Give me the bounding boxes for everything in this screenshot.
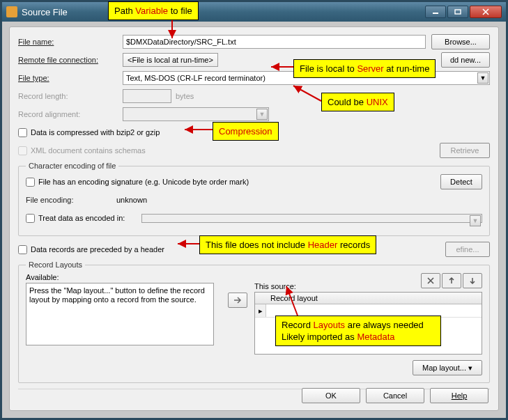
move-up-button	[442, 273, 461, 288]
maximize-button[interactable]	[447, 6, 468, 18]
arrow-down-icon	[468, 277, 477, 285]
ok-button[interactable]: OK	[302, 388, 360, 403]
dialog-content: File name: Browse... Remote file connect…	[9, 26, 499, 411]
annotation-local-server: File is local to Server at run-time	[293, 59, 436, 78]
remote-connection-dropdown[interactable]: <File is local at run-time>	[123, 53, 218, 67]
record-alignment-select	[123, 107, 269, 121]
define-header-button: efine...	[445, 242, 490, 257]
encoding-signature-label: File has an encoding signature (e.g. Uni…	[38, 178, 249, 186]
add-new-button[interactable]: dd new...	[441, 52, 490, 68]
treat-encoded-checkbox[interactable]	[26, 214, 35, 223]
treat-encoded-label: Treat data as encoded in:	[38, 214, 125, 222]
chevron-down-icon: ▼	[470, 215, 481, 226]
compressed-checkbox[interactable]	[18, 128, 27, 137]
file-name-input[interactable]	[123, 35, 426, 49]
record-alignment-label: Record alignment:	[18, 110, 123, 118]
window-buttons	[425, 6, 502, 18]
cancel-button[interactable]: Cancel	[366, 388, 424, 403]
annotation-layouts: Record Layouts are always needed Likely …	[275, 316, 441, 346]
encoding-signature-checkbox[interactable]	[26, 178, 35, 187]
minimize-button[interactable]	[425, 6, 446, 18]
annotation-path-variable: Path Variable to file	[108, 1, 199, 20]
map-layout-button[interactable]: Map layout... ▾	[413, 360, 482, 375]
annotation-header: This file does not include Header record…	[199, 235, 376, 254]
record-length-unit: bytes	[176, 92, 194, 100]
file-type-label: File type:	[18, 74, 123, 82]
map-layout-label: Map layout...	[422, 364, 466, 372]
available-label: Available:	[26, 273, 221, 281]
record-length-input	[123, 89, 171, 103]
this-source-label: This source:	[254, 282, 296, 290]
arrow-right-icon	[233, 296, 243, 304]
close-icon	[482, 8, 490, 15]
browse-button[interactable]: Browse...	[431, 34, 490, 49]
svg-rect-1	[455, 10, 461, 14]
app-window: Source File File name: Browse... Remote …	[0, 0, 508, 420]
xml-schemas-label: XML document contains schemas	[31, 146, 146, 155]
header-label: Data records are preceded by a header	[31, 245, 164, 254]
xml-schemas-checkbox	[18, 146, 27, 155]
encoding-group: Character encoding of file File has an e…	[18, 162, 490, 236]
delete-icon	[426, 277, 435, 285]
chevron-down-icon[interactable]: ▼	[477, 72, 488, 84]
available-list[interactable]: Press the "Map layout..." button to defi…	[26, 283, 214, 345]
delete-layout-button	[421, 273, 440, 288]
retrieve-button: Retrieve	[440, 143, 490, 158]
svg-rect-0	[433, 13, 438, 14]
file-name-label: File name:	[18, 38, 123, 46]
treat-encoded-select	[141, 214, 482, 223]
header-checkbox[interactable]	[18, 245, 27, 254]
titlebar: Source File	[2, 2, 506, 22]
app-icon	[6, 6, 17, 17]
row-selector-icon[interactable]: ▸	[255, 304, 266, 317]
help-button[interactable]: Help	[430, 388, 488, 403]
file-encoding-value: unknown	[116, 196, 147, 204]
chevron-down-icon: ▼	[256, 109, 268, 120]
record-layouts-legend: Record Layouts	[26, 260, 85, 269]
maximize-icon	[454, 9, 461, 15]
remote-connection-label: Remote file connection:	[18, 56, 123, 64]
minimize-icon	[432, 9, 439, 15]
compressed-label: Data is compressed with bzip2 or gzip	[31, 128, 160, 137]
table-column-header: Record layout	[255, 293, 482, 304]
detect-button[interactable]: Detect	[440, 174, 482, 189]
available-hint-text: Press the "Map layout..." button to defi…	[29, 286, 205, 304]
annotation-compression: Compression	[213, 122, 279, 141]
window-title: Source File	[22, 7, 68, 17]
file-encoding-label: File encoding:	[26, 196, 116, 204]
arrow-up-icon	[447, 277, 456, 285]
remote-connection-value: <File is local at run-time>	[128, 56, 213, 64]
record-length-label: Record length:	[18, 92, 123, 100]
dialog-buttons: OK Cancel Help	[302, 388, 488, 403]
table-cell	[266, 309, 275, 312]
move-right-button[interactable]	[228, 293, 247, 308]
move-down-button	[463, 273, 482, 288]
close-button[interactable]	[470, 6, 502, 18]
encoding-legend: Character encoding of file	[26, 162, 118, 170]
annotation-unix: Could be UNIX	[321, 93, 394, 111]
